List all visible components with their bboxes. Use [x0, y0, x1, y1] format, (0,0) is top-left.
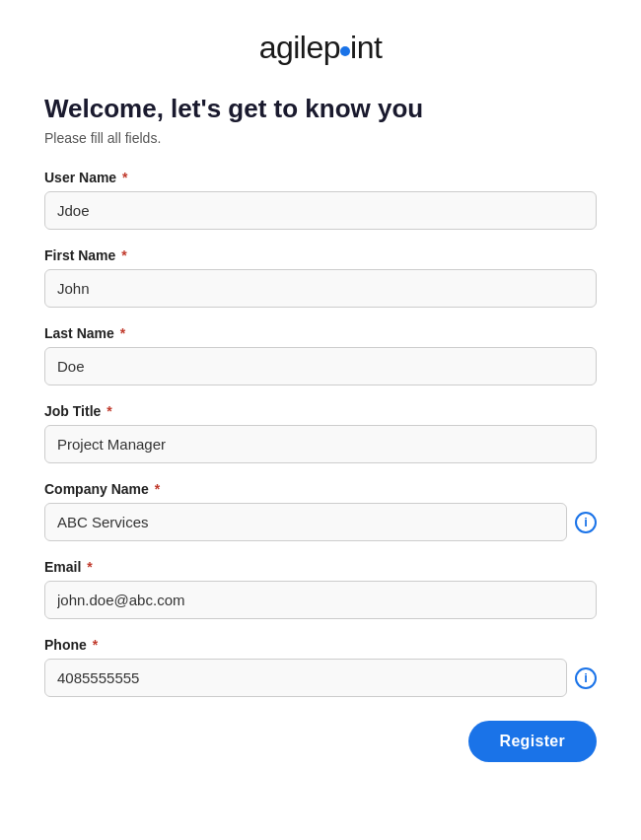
username-input[interactable] [44, 191, 597, 230]
logo-text: agilepint [259, 30, 383, 66]
lastname-input[interactable] [44, 347, 597, 385]
input-row-username [44, 191, 597, 230]
label-jobtitle: Job Title * [44, 403, 597, 419]
companyname-info-icon[interactable]: i [575, 512, 597, 533]
label-lastname: Last Name * [44, 325, 597, 341]
logo-dot [340, 46, 350, 56]
page-container: agilepint Welcome, let's get to know you… [44, 30, 597, 762]
field-group-username: User Name * [44, 170, 597, 230]
label-firstname: First Name * [44, 247, 597, 263]
register-row: Register [44, 721, 597, 762]
input-row-lastname [44, 347, 597, 385]
welcome-title: Welcome, let's get to know you [44, 94, 597, 124]
field-group-jobtitle: Job Title * [44, 403, 597, 463]
required-star-firstname: * [117, 247, 126, 263]
jobtitle-input[interactable] [44, 425, 597, 463]
label-email: Email * [44, 559, 597, 575]
required-star-username: * [118, 170, 127, 185]
field-group-lastname: Last Name * [44, 325, 597, 385]
input-row-jobtitle [44, 425, 597, 463]
label-phone: Phone * [44, 637, 597, 653]
label-username: User Name * [44, 170, 597, 185]
label-companyname: Company Name * [44, 481, 597, 497]
input-row-phone: i [44, 659, 597, 697]
required-star-jobtitle: * [103, 403, 111, 419]
field-group-phone: Phone * i [44, 637, 597, 697]
logo: agilepint [259, 30, 383, 66]
companyname-input[interactable] [44, 503, 567, 541]
field-group-email: Email * [44, 559, 597, 619]
field-group-firstname: First Name * [44, 247, 597, 308]
phone-info-icon[interactable]: i [575, 667, 597, 689]
form-wrapper: Welcome, let's get to know you Please fi… [44, 94, 597, 762]
firstname-input[interactable] [44, 269, 597, 308]
subtitle: Please fill all fields. [44, 130, 597, 146]
email-input[interactable] [44, 581, 597, 619]
input-row-email [44, 581, 597, 619]
register-button[interactable]: Register [468, 721, 597, 762]
input-row-companyname: i [44, 503, 597, 541]
phone-input[interactable] [44, 659, 567, 697]
required-star-phone: * [89, 637, 98, 653]
input-row-firstname [44, 269, 597, 308]
required-star-companyname: * [151, 481, 160, 497]
required-star-email: * [83, 559, 92, 575]
required-star-lastname: * [116, 325, 125, 341]
field-group-companyname: Company Name * i [44, 481, 597, 541]
